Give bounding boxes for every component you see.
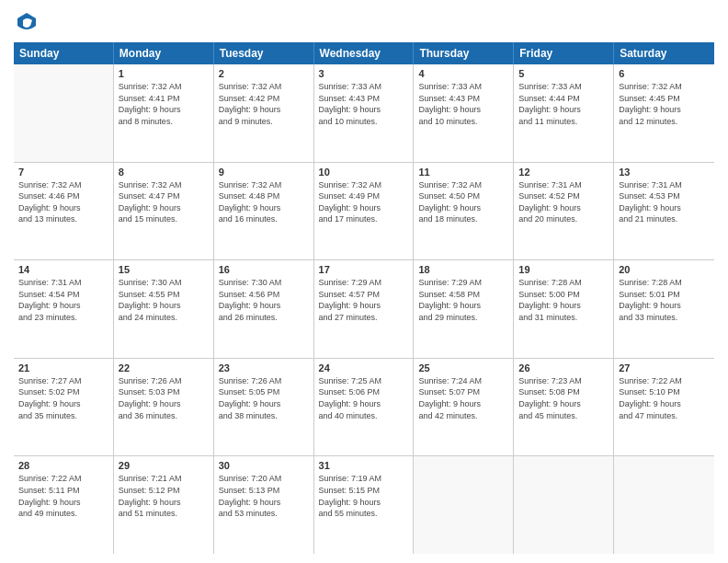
day-info: Sunrise: 7:32 AMSunset: 4:50 PMDaylight:… — [418, 179, 508, 225]
day-number: 31 — [319, 460, 409, 471]
page: SundayMondayTuesdayWednesdayThursdayFrid… — [0, 0, 728, 563]
day-number: 13 — [619, 167, 710, 178]
day-number: 10 — [319, 167, 409, 178]
day-info: Sunrise: 7:26 AMSunset: 5:05 PMDaylight:… — [219, 375, 309, 421]
day-cell-13: 13Sunrise: 7:31 AMSunset: 4:53 PMDayligh… — [614, 163, 714, 260]
day-cell-18: 18Sunrise: 7:29 AMSunset: 4:58 PMDayligh… — [414, 260, 514, 358]
header-cell-wednesday: Wednesday — [314, 42, 415, 64]
day-info: Sunrise: 7:32 AMSunset: 4:49 PMDaylight:… — [319, 179, 409, 225]
day-number: 11 — [418, 167, 508, 178]
day-info: Sunrise: 7:22 AMSunset: 5:11 PMDaylight:… — [18, 473, 108, 519]
calendar-week-3: 14Sunrise: 7:31 AMSunset: 4:54 PMDayligh… — [14, 260, 714, 359]
day-cell-6: 6Sunrise: 7:32 AMSunset: 4:45 PMDaylight… — [614, 64, 714, 162]
day-number: 16 — [219, 264, 309, 275]
day-number: 15 — [119, 264, 209, 275]
header-cell-sunday: Sunday — [14, 42, 114, 64]
day-number: 4 — [418, 68, 508, 79]
day-info: Sunrise: 7:32 AMSunset: 4:46 PMDaylight:… — [18, 179, 108, 225]
day-info: Sunrise: 7:31 AMSunset: 4:53 PMDaylight:… — [619, 179, 710, 225]
day-info: Sunrise: 7:27 AMSunset: 5:02 PMDaylight:… — [18, 375, 108, 421]
header-cell-thursday: Thursday — [414, 42, 514, 64]
day-cell-8: 8Sunrise: 7:32 AMSunset: 4:47 PMDaylight… — [114, 163, 214, 260]
day-info: Sunrise: 7:32 AMSunset: 4:45 PMDaylight:… — [619, 81, 710, 127]
day-info: Sunrise: 7:22 AMSunset: 5:10 PMDaylight:… — [619, 375, 710, 421]
header-cell-friday: Friday — [514, 42, 614, 64]
day-cell-22: 22Sunrise: 7:26 AMSunset: 5:03 PMDayligh… — [114, 359, 214, 456]
day-cell-14: 14Sunrise: 7:31 AMSunset: 4:54 PMDayligh… — [14, 260, 114, 358]
day-number: 6 — [619, 68, 710, 79]
day-number: 3 — [319, 68, 409, 79]
day-cell-31: 31Sunrise: 7:19 AMSunset: 5:15 PMDayligh… — [314, 456, 415, 554]
header — [14, 9, 714, 35]
day-info: Sunrise: 7:33 AMSunset: 4:43 PMDaylight:… — [319, 81, 409, 127]
day-cell-23: 23Sunrise: 7:26 AMSunset: 5:05 PMDayligh… — [214, 359, 314, 456]
day-cell-7: 7Sunrise: 7:32 AMSunset: 4:46 PMDaylight… — [14, 163, 114, 260]
day-number: 30 — [219, 460, 309, 471]
logo-icon — [14, 9, 40, 35]
day-info: Sunrise: 7:32 AMSunset: 4:48 PMDaylight:… — [219, 179, 309, 225]
day-cell-4: 4Sunrise: 7:33 AMSunset: 4:43 PMDaylight… — [414, 64, 514, 162]
day-number: 21 — [18, 362, 108, 373]
empty-cell — [14, 64, 114, 162]
header-cell-monday: Monday — [114, 42, 214, 64]
day-info: Sunrise: 7:29 AMSunset: 4:58 PMDaylight:… — [418, 277, 508, 323]
day-number: 26 — [518, 362, 609, 373]
day-cell-19: 19Sunrise: 7:28 AMSunset: 5:00 PMDayligh… — [514, 260, 614, 358]
day-number: 17 — [319, 264, 409, 275]
day-info: Sunrise: 7:32 AMSunset: 4:41 PMDaylight:… — [119, 81, 209, 127]
day-info: Sunrise: 7:28 AMSunset: 5:00 PMDaylight:… — [518, 277, 609, 323]
day-cell-16: 16Sunrise: 7:30 AMSunset: 4:56 PMDayligh… — [214, 260, 314, 358]
day-number: 12 — [518, 167, 609, 178]
day-number: 8 — [119, 167, 209, 178]
day-number: 28 — [18, 460, 108, 471]
day-cell-10: 10Sunrise: 7:32 AMSunset: 4:49 PMDayligh… — [314, 163, 415, 260]
empty-cell — [514, 456, 614, 554]
calendar-week-5: 28Sunrise: 7:22 AMSunset: 5:11 PMDayligh… — [14, 456, 714, 554]
day-info: Sunrise: 7:29 AMSunset: 4:57 PMDaylight:… — [319, 277, 409, 323]
day-number: 1 — [119, 68, 209, 79]
calendar: SundayMondayTuesdayWednesdayThursdayFrid… — [14, 42, 714, 554]
day-info: Sunrise: 7:20 AMSunset: 5:13 PMDaylight:… — [219, 473, 309, 519]
day-cell-21: 21Sunrise: 7:27 AMSunset: 5:02 PMDayligh… — [14, 359, 114, 456]
day-cell-20: 20Sunrise: 7:28 AMSunset: 5:01 PMDayligh… — [614, 260, 714, 358]
day-info: Sunrise: 7:25 AMSunset: 5:06 PMDaylight:… — [319, 375, 409, 421]
empty-cell — [614, 456, 714, 554]
day-cell-25: 25Sunrise: 7:24 AMSunset: 5:07 PMDayligh… — [414, 359, 514, 456]
calendar-week-2: 7Sunrise: 7:32 AMSunset: 4:46 PMDaylight… — [14, 163, 714, 261]
calendar-body: 1Sunrise: 7:32 AMSunset: 4:41 PMDaylight… — [14, 64, 714, 554]
day-cell-29: 29Sunrise: 7:21 AMSunset: 5:12 PMDayligh… — [114, 456, 214, 554]
day-info: Sunrise: 7:26 AMSunset: 5:03 PMDaylight:… — [119, 375, 209, 421]
day-number: 19 — [518, 264, 609, 275]
day-info: Sunrise: 7:31 AMSunset: 4:52 PMDaylight:… — [518, 179, 609, 225]
empty-cell — [414, 456, 514, 554]
day-number: 5 — [518, 68, 609, 79]
day-info: Sunrise: 7:23 AMSunset: 5:08 PMDaylight:… — [518, 375, 609, 421]
day-number: 14 — [18, 264, 108, 275]
day-info: Sunrise: 7:30 AMSunset: 4:56 PMDaylight:… — [219, 277, 309, 323]
day-cell-24: 24Sunrise: 7:25 AMSunset: 5:06 PMDayligh… — [314, 359, 415, 456]
day-info: Sunrise: 7:21 AMSunset: 5:12 PMDaylight:… — [119, 473, 209, 519]
day-cell-1: 1Sunrise: 7:32 AMSunset: 4:41 PMDaylight… — [114, 64, 214, 162]
day-info: Sunrise: 7:32 AMSunset: 4:47 PMDaylight:… — [119, 179, 209, 225]
header-cell-tuesday: Tuesday — [214, 42, 314, 64]
day-number: 22 — [119, 362, 209, 373]
day-info: Sunrise: 7:24 AMSunset: 5:07 PMDaylight:… — [418, 375, 508, 421]
day-info: Sunrise: 7:32 AMSunset: 4:42 PMDaylight:… — [219, 81, 309, 127]
day-info: Sunrise: 7:31 AMSunset: 4:54 PMDaylight:… — [18, 277, 108, 323]
day-cell-26: 26Sunrise: 7:23 AMSunset: 5:08 PMDayligh… — [514, 359, 614, 456]
day-info: Sunrise: 7:33 AMSunset: 4:44 PMDaylight:… — [518, 81, 609, 127]
day-cell-17: 17Sunrise: 7:29 AMSunset: 4:57 PMDayligh… — [314, 260, 415, 358]
calendar-week-4: 21Sunrise: 7:27 AMSunset: 5:02 PMDayligh… — [14, 359, 714, 457]
logo — [14, 9, 43, 35]
day-cell-12: 12Sunrise: 7:31 AMSunset: 4:52 PMDayligh… — [514, 163, 614, 260]
day-number: 2 — [219, 68, 309, 79]
day-cell-11: 11Sunrise: 7:32 AMSunset: 4:50 PMDayligh… — [414, 163, 514, 260]
day-number: 29 — [119, 460, 209, 471]
day-number: 18 — [418, 264, 508, 275]
header-cell-saturday: Saturday — [614, 42, 714, 64]
calendar-week-1: 1Sunrise: 7:32 AMSunset: 4:41 PMDaylight… — [14, 64, 714, 163]
day-number: 23 — [219, 362, 309, 373]
day-cell-3: 3Sunrise: 7:33 AMSunset: 4:43 PMDaylight… — [314, 64, 415, 162]
day-number: 27 — [619, 362, 710, 373]
day-info: Sunrise: 7:33 AMSunset: 4:43 PMDaylight:… — [418, 81, 508, 127]
